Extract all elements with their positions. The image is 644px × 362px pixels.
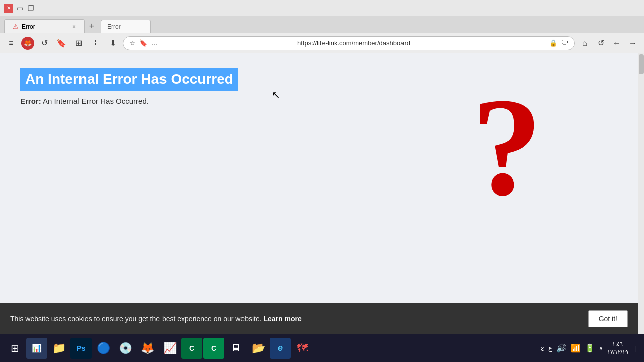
corel2-icon: C — [211, 344, 216, 352]
home-button[interactable]: ⌂ — [578, 36, 592, 50]
bookmark-icon: 🔖 — [56, 38, 66, 48]
new-tab-button[interactable]: + — [85, 19, 99, 33]
back-reload-button[interactable]: ↺ — [594, 36, 608, 50]
cookie-text: This website uses cookies to ensure you … — [10, 315, 262, 323]
taskbar-monitor[interactable]: 📈 — [159, 338, 180, 359]
scrollbar-thumb[interactable] — [639, 54, 644, 74]
maximize-button[interactable]: ❐ — [26, 4, 35, 13]
taskbar-chrome[interactable]: 🔵 — [93, 338, 114, 359]
volume-icon[interactable]: 🔊 — [556, 343, 567, 353]
library-button[interactable]: ⫩ — [89, 36, 103, 50]
taskbar-corel2[interactable]: C — [203, 338, 224, 359]
cookie-bar: This website uses cookies to ensure you … — [0, 303, 638, 334]
title-bar: ✕ ▭ ❐ — [0, 0, 644, 16]
keyboard-lang: ع — [548, 344, 552, 352]
refresh-button[interactable]: ↺ — [37, 36, 51, 50]
time-display: ١:٤٦ — [607, 340, 628, 348]
nav-icon: 🗺 — [297, 342, 308, 355]
error-tab[interactable]: Error — [101, 20, 151, 33]
taskbar-taskview[interactable]: 📊 — [26, 338, 47, 359]
forward-icon: → — [629, 39, 637, 48]
start-icon: ⊞ — [11, 342, 19, 354]
tab-bar: ⚠ Error × + Error — [0, 16, 644, 33]
remote-icon: 🖥 — [231, 342, 241, 354]
taskbar-firefox[interactable]: 🦊 — [137, 338, 158, 359]
error-tab-label: Error — [107, 23, 121, 30]
home-icon: ⌂ — [582, 39, 587, 48]
tab-favicon: ⚠ — [13, 23, 19, 30]
star-icon[interactable]: ☆ — [129, 39, 135, 47]
svg-text:?: ? — [472, 68, 542, 214]
taskbar-files[interactable]: 📁 — [48, 338, 69, 359]
folder-icon: 📂 — [252, 342, 265, 355]
date-display: ١٧/١٢/١٩ — [607, 348, 628, 356]
files-icon: 📁 — [52, 342, 66, 355]
got-it-button[interactable]: Got it! — [588, 310, 628, 327]
bookmark-addon[interactable]: 🔖 — [54, 36, 68, 50]
shield-icon: 🛡 — [561, 39, 568, 47]
question-mark-graphic: ? — [467, 63, 578, 237]
taskbar-folder[interactable]: 📂 — [248, 338, 269, 359]
chrome-icon: 🔵 — [97, 342, 110, 355]
back-icon: ← — [613, 39, 621, 48]
toolbar-right-buttons: ⌂ ↺ ← → — [578, 36, 640, 50]
tab-close-button[interactable]: × — [72, 23, 76, 30]
refresh-icon: ↺ — [41, 38, 48, 48]
download-button[interactable]: ⬇ — [106, 36, 120, 50]
media-icon: 💿 — [119, 342, 132, 355]
menu-icon: ≡ — [9, 39, 13, 48]
corel1-icon: C — [189, 344, 194, 352]
minimize-button[interactable]: ▭ — [15, 4, 24, 13]
start-button[interactable]: ⊞ — [4, 338, 25, 359]
error-detail: An Internal Error Has Occurred. — [43, 97, 149, 105]
keyboard-indicator: ε — [541, 344, 544, 352]
taskview-icon: 📊 — [32, 343, 42, 353]
expand-tray-icon[interactable]: ∧ — [599, 345, 603, 352]
panel-icon: ⊞ — [75, 38, 82, 48]
reload-icon: ↺ — [598, 38, 604, 48]
error-heading: An Internal Error Has Occurred — [20, 68, 238, 90]
taskbar-nav[interactable]: 🗺 — [292, 338, 313, 359]
forward-button[interactable]: → — [626, 36, 640, 50]
browser-toolbar: ≡ 🦊 ↺ 🔖 ⊞ ⫩ ⬇ ☆ 🔖 … https://lite-link.co… — [0, 33, 644, 53]
more-icon[interactable]: … — [151, 39, 158, 47]
photoshop-icon: Ps — [76, 344, 85, 352]
scrollbar[interactable] — [638, 53, 644, 335]
network-icon[interactable]: 📶 — [571, 343, 581, 353]
monitor-icon: 📈 — [163, 342, 177, 355]
system-clock: ١:٤٦ ١٧/١٢/١٩ — [607, 340, 628, 356]
taskbar-photoshop[interactable]: Ps — [70, 338, 92, 359]
learn-more-link[interactable]: Learn more — [264, 315, 302, 323]
address-bar[interactable]: ☆ 🔖 … https://lite-link.com/member/dashb… — [123, 36, 575, 50]
page-content: An Internal Error Has Occurred Error: An… — [0, 53, 638, 305]
window-controls: ✕ ▭ ❐ — [4, 4, 35, 13]
firefox-icon: 🦊 — [21, 37, 34, 50]
ie-icon: e — [278, 343, 283, 353]
firefox-taskbar-icon: 🦊 — [141, 342, 154, 355]
error-label: Error: — [20, 97, 41, 105]
taskbar-corel1[interactable]: C — [181, 338, 202, 359]
ff-logo: 🦊 — [24, 39, 32, 47]
menu-button[interactable]: ≡ — [4, 36, 18, 50]
tab-label: Error — [22, 23, 35, 30]
active-tab[interactable]: ⚠ Error × — [4, 19, 85, 33]
windows-show-desktop[interactable]: | — [632, 345, 636, 352]
close-window-button[interactable]: ✕ — [4, 4, 13, 13]
taskbar: ⊞ 📊 📁 Ps 🔵 💿 🦊 📈 C C 🖥 📂 e 🗺 ε ع 🔊 — [0, 334, 644, 362]
cookie-message: This website uses cookies to ensure you … — [10, 315, 582, 323]
taskbar-remote[interactable]: 🖥 — [225, 338, 247, 359]
download-icon: ⬇ — [110, 38, 116, 48]
taskbar-ie[interactable]: e — [270, 338, 291, 359]
battery-icon[interactable]: 🔋 — [585, 343, 595, 353]
panel-button[interactable]: ⊞ — [71, 36, 86, 50]
lock-icon: 🔒 — [549, 39, 557, 47]
library-icon: ⫩ — [92, 39, 100, 48]
url-text[interactable]: https://lite-link.com/member/dashboard — [162, 39, 545, 47]
pocket-icon[interactable]: 🔖 — [139, 39, 147, 47]
back-button[interactable]: ← — [610, 36, 624, 50]
system-tray: ε ع 🔊 📶 🔋 ∧ ١:٤٦ ١٧/١٢/١٩ | — [541, 340, 640, 356]
taskbar-media[interactable]: 💿 — [115, 338, 136, 359]
